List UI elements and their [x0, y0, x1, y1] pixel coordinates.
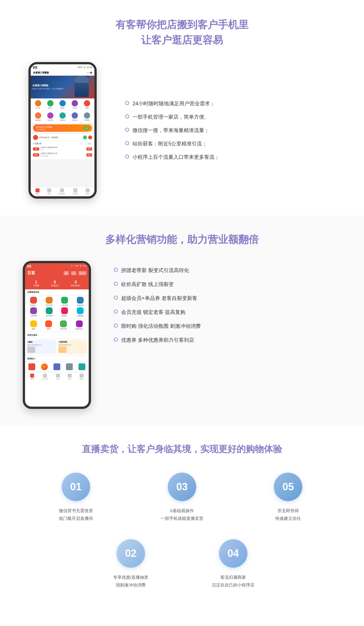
coupon-section: // 优惠 券 全部 › ¥6 赤鹿溪口理髪殿减现券 17人 领取 [31, 141, 94, 159]
share-button[interactable]: 自买省钱 分享赚钱 马上开通服务告 GO [33, 124, 92, 132]
date-icon: 07-13 [78, 271, 86, 275]
store-icon [30, 297, 37, 304]
message-icon-2 [68, 374, 72, 378]
bottom-nav-mine[interactable]: 我的 [86, 188, 90, 195]
mkt-icon-1 [28, 363, 35, 370]
feature2-1: 拼团老带新 裂变式引流高转化 [114, 267, 341, 274]
phone-mockup-2: ▌▌▌ ⊙ □ 70% 🔋 9:01 百客 ▦ ✉ 07-13 1 访客数 [23, 261, 91, 409]
coupon-info-1: 赤鹿溪口理髪殿减现券 17人 [40, 146, 85, 151]
mkt-icon-4 [78, 363, 85, 370]
bottom-nav-service[interactable]: 我的服务 [59, 188, 65, 195]
phone-screen-1: ▌▌▌ 80% 🔋 10:43 赤鹿溪口理髪殿 ··· ⚙ 赤鹿溪口理髪殿 营业… [31, 64, 94, 196]
nav-icon-group: 团购返 [59, 100, 66, 109]
service-icon [60, 188, 64, 192]
grid-item-customers[interactable]: 客户管理 [42, 307, 57, 317]
coupon-price-2: ¥60 [33, 153, 39, 156]
mkt-icon-2 [53, 363, 60, 370]
message-icon[interactable]: ✉ [71, 271, 76, 275]
grid-item-upload[interactable]: 上券货源 [57, 297, 72, 307]
phone2-stats: 1 访客数 0 店铺动态 3 待处理商品 [25, 279, 89, 289]
bottom-nav-cart[interactable]: 我的购 [73, 188, 78, 195]
publish-icon [56, 374, 60, 378]
grid-item-orders[interactable]: 订单管理 [26, 307, 41, 317]
feature-dot-4 [125, 141, 129, 145]
marketing-section-title: 营销助力 [25, 356, 89, 362]
section2-content: ▌▌▌ ⊙ □ 70% 🔋 9:01 百客 ▦ ✉ 07-13 1 访客数 [23, 261, 341, 409]
phone-header: 赤鹿溪口理髪殿 ··· ⚙ [31, 70, 94, 76]
share-go-btn[interactable]: GO [83, 127, 89, 130]
grid-item-group[interactable]: 拼团 [45, 320, 52, 330]
feature-dot2-3 [114, 296, 118, 300]
marketing-icon [61, 307, 68, 314]
coupon-btn-1[interactable]: 领取 [86, 147, 92, 151]
mine-icon-2 [80, 374, 84, 378]
phone-mockup-1: ▌▌▌ 80% 🔋 10:43 赤鹿溪口理髪殿 ··· ⚙ 赤鹿溪口理髪殿 营业… [28, 62, 97, 199]
grid-item-wallet[interactable]: 店铺钱包 [73, 297, 88, 307]
bottom-nav-home[interactable]: 首页 [36, 188, 40, 195]
home-icon [36, 188, 40, 192]
nav-icon-product: 爆款商品 [35, 112, 41, 121]
coupon-info-2: 赤鹿溪口理髪殿代金券 371人剩余 [40, 152, 85, 157]
time-display: 80% 🔋 10:43 [78, 66, 92, 69]
mine-icon [86, 188, 90, 192]
phone2-nav-message[interactable]: 消息 [68, 374, 72, 380]
feature-dot2-4 [114, 310, 118, 314]
phone2-promo: 大聚说 老板了如何经营好生活 小程序学院 更多营运技能文章文 [25, 339, 89, 355]
vip-icon [43, 374, 47, 378]
section2-features: 拼团老带新 裂变式引流高转化 砍价高扩散 线上强裂变 超级会员+单品券 老客自裂… [114, 261, 341, 344]
coupon-item-1: ¥6 赤鹿溪口理髪殿减现券 17人 领取 [33, 146, 92, 151]
feature2-2: 砍价高扩散 线上强裂变 [114, 281, 341, 288]
step-circle-03: 03 [168, 473, 196, 501]
phone2-logo: 百客 [27, 271, 35, 276]
phone-banner: 赤鹿溪口理髪殿 营业中 8:00-20:00 地址：马上开通服务告 [31, 76, 94, 98]
step-04: 04 客流归属商家 沉淀在自己的小程序店 [193, 539, 273, 589]
feature-2: 一部手机管理一家店，简单方便。 [125, 113, 341, 121]
robot-icon [76, 320, 83, 327]
phone2-bottom-nav: 首页 VIP专区 发布 消息 我的 [25, 372, 89, 382]
phone2-header: 百客 ▦ ✉ 07-13 [25, 269, 89, 279]
feature-dot-3 [125, 128, 129, 132]
grid-item-materials[interactable]: 专属素材 [73, 307, 88, 317]
nav-icon-coupon: 优惠券 [84, 100, 90, 109]
promo-card-2: 小程序学院 更多营运技能文章文 [57, 340, 88, 354]
grid-item-products[interactable]: 商品管理 [42, 297, 57, 307]
phone-status-bar: ▌▌▌ 80% 🔋 10:43 [31, 64, 94, 70]
phone2-nav-vip[interactable]: VIP专区 [42, 374, 48, 380]
section1: 有客帮你把店搬到客户手机里 让客户逛店更容易 ▌▌▌ 80% 🔋 10:43 赤… [0, 0, 364, 216]
section3: 直播卖货，让客户身临其境，实现更好的购物体验 01 微信背书无需资质 低门槛开启… [0, 426, 364, 606]
coupon-title: // 优惠 券 全部 › [33, 142, 92, 145]
cart-icon [73, 188, 77, 192]
scan-icon[interactable]: ▦ [64, 271, 69, 275]
coupon-item-2: ¥60 赤鹿溪口理髪殿代金券 371人剩余 领取 [33, 152, 92, 157]
stat-products: 3 待处理商品 [71, 280, 80, 287]
phone2-nav-home[interactable]: 首页 [30, 374, 34, 380]
steps-row-2: 02 专享优惠/直播抽奖 强刺激冲动消费 04 客流归属商家 沉淀在自己的小程序… [23, 539, 341, 589]
bottom-nav-products[interactable]: 商品 [47, 188, 51, 195]
phone2-status: ▌▌▌ ⊙ □ 70% 🔋 9:01 [25, 263, 89, 269]
steps-row-1: 01 微信背书无需资质 低门槛开启直播间 03 0基础易操作 一部手机就能直播卖… [23, 473, 341, 522]
steps-container: 01 微信背书无需资质 低门槛开启直播间 03 0基础易操作 一部手机就能直播卖… [23, 473, 341, 589]
step-text-03: 0基础易操作 一部手机就能直播卖货 [161, 507, 203, 522]
step-05: 05 所见即所得 快速建立信任 [248, 473, 328, 522]
grid-item-marketing[interactable]: 营销推广 [57, 307, 72, 317]
section2-title: 多样化营销功能，助力营业额翻倍 [105, 233, 259, 247]
phone2-nav-mine[interactable]: 我的 [80, 374, 84, 380]
marketing-row: + [26, 363, 88, 370]
step-circle-01: 01 [62, 473, 90, 501]
grid-item-wallet2[interactable]: 钱包 [30, 320, 37, 330]
feature-dot-1 [125, 101, 129, 105]
grid-item-share[interactable]: 会员分享 [60, 320, 67, 330]
step-circle-04: 04 [219, 539, 247, 568]
grid-item-robot[interactable]: 社群机器人 [75, 320, 84, 330]
mkt-add-icon[interactable]: + [41, 363, 48, 370]
grid-item-store[interactable]: 店铺中心 [26, 297, 41, 307]
feature2-5: 限时购 强化活动氛围 刺激冲动消费 [114, 322, 341, 330]
section1-features: 24小时随时随地满足用户营业需求； 一部手机管理一家店，简单方便。 微信搜一搜，… [125, 100, 341, 161]
phone-mockup-1-wrap: ▌▌▌ 80% 🔋 10:43 赤鹿溪口理髪殿 ··· ⚙ 赤鹿溪口理髪殿 营业… [23, 62, 102, 199]
nav-icon-revenue: 营收分析 [72, 112, 78, 121]
phone2-nav-publish[interactable]: 发布 [56, 374, 60, 380]
feature-dot2-6 [114, 337, 118, 341]
coupon-btn-2[interactable]: 领取 [86, 153, 92, 156]
feature-1: 24小时随时随地满足用户营业需求； [125, 100, 341, 108]
share-text: 自买省钱 分享赚钱 [36, 126, 52, 129]
